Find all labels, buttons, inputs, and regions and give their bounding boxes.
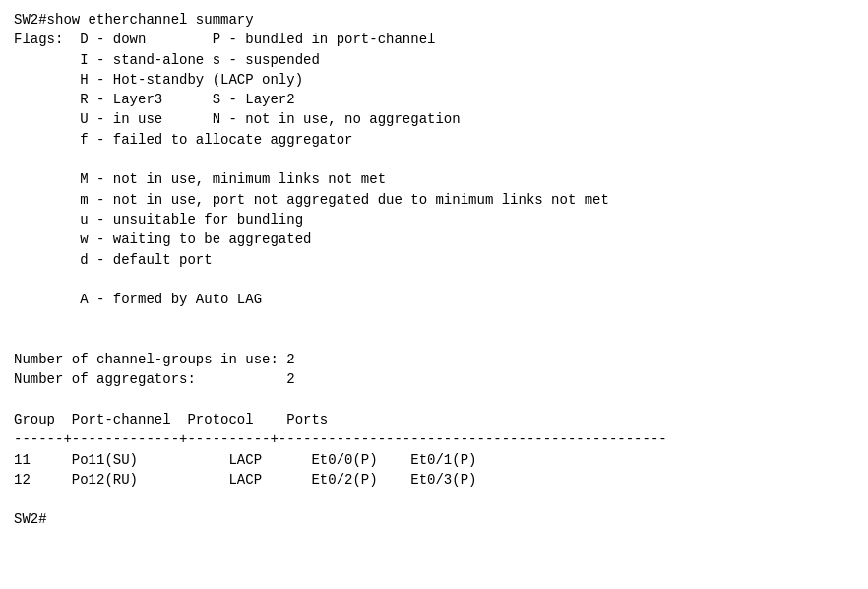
terminal-output: SW2#show etherchannel summary Flags: D -…	[14, 10, 854, 530]
